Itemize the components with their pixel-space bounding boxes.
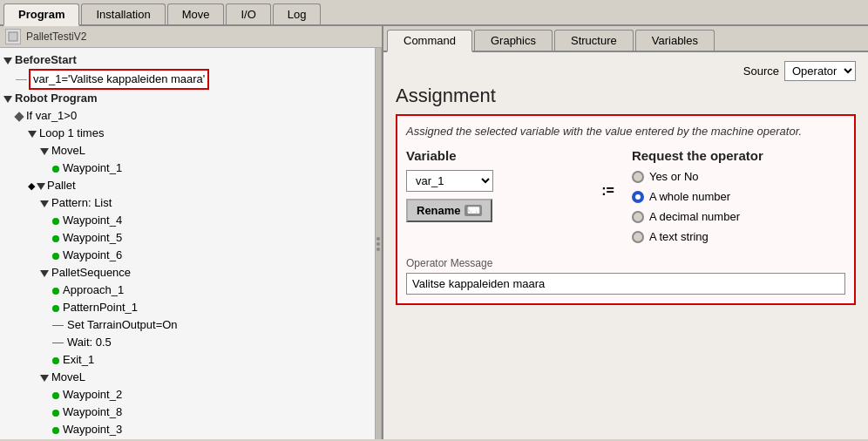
radio-circle-text-string <box>632 231 644 243</box>
splitter-dot <box>376 248 380 251</box>
assignment-title: Assignment <box>396 85 856 107</box>
tree-waypoint1: Waypoint_1 <box>3 159 371 177</box>
right-panel: Command Graphics Structure Variables Sou… <box>383 26 868 439</box>
splitter[interactable] <box>375 48 382 439</box>
tree-pattern-pt1: PatternPoint_1 <box>3 299 371 316</box>
splitter-dot <box>376 237 380 241</box>
left-toolbar: PalletTestiV2 <box>0 26 382 48</box>
operator-msg-input[interactable] <box>406 273 845 295</box>
source-label: Source <box>743 64 779 78</box>
radio-text-string[interactable]: A text string <box>632 230 845 243</box>
radio-label-yes-or-no: Yes or No <box>649 170 699 183</box>
right-tabs: Command Graphics Structure Variables <box>383 26 868 52</box>
radio-decimal-number[interactable]: A decimal number <box>632 210 845 223</box>
tab-program[interactable]: Program <box>3 3 79 26</box>
tree-pallet1: ◆Pallet <box>3 177 371 194</box>
radio-label-text-string: A text string <box>649 230 709 243</box>
tab-graphics[interactable]: Graphics <box>474 30 553 51</box>
rename-label: Rename <box>417 204 461 217</box>
tab-log[interactable]: Log <box>273 3 322 24</box>
assign-operator: := <box>601 148 614 250</box>
splitter-dot <box>376 242 380 246</box>
tree-before-start: BeforeStart <box>3 51 371 69</box>
tree-waypoint4: Waypoint_4 <box>3 212 371 229</box>
tree-pallet-seq: PalletSequence <box>3 264 371 282</box>
radio-circle-yes-or-no <box>632 171 644 183</box>
keyboard-icon: ⌨ <box>465 205 482 216</box>
col-request: Request the operator Yes or No A whole n… <box>632 148 845 250</box>
tree-area[interactable]: BeforeStart —var_1='Valitse kappaleiden … <box>0 48 375 439</box>
main-layout: PalletTestiV2 BeforeStart —var_1='Valits… <box>0 26 868 439</box>
tree-set-tarrain: —Set TarrainOutput=On <box>3 316 371 334</box>
tree-loop1: Loop 1 times <box>3 125 371 142</box>
tree-pattern-list: Pattern: List <box>3 194 371 212</box>
operator-msg-label: Operator Message <box>406 257 845 269</box>
description: Assigned the selected variable with the … <box>406 125 845 138</box>
two-col: Variable var_1 Rename ⌨ := <box>406 148 845 250</box>
left-panel: PalletTestiV2 BeforeStart —var_1='Valits… <box>0 26 383 439</box>
source-row: Source Operator <box>396 61 856 81</box>
radio-whole-number[interactable]: A whole number <box>632 190 845 203</box>
rename-button[interactable]: Rename ⌨ <box>406 199 492 222</box>
col-variable: Variable var_1 Rename ⌨ <box>406 148 584 250</box>
tab-command[interactable]: Command <box>387 30 472 52</box>
radio-label-decimal-number: A decimal number <box>649 210 740 223</box>
tree-approach1: Approach_1 <box>3 282 371 299</box>
tree-movel1: MoveL <box>3 142 371 159</box>
toolbar-icon <box>5 29 21 44</box>
tab-structure[interactable]: Structure <box>554 30 634 51</box>
tree-if-var1: If var_1>0 <box>3 107 371 125</box>
tab-io[interactable]: I/O <box>226 3 270 24</box>
tree-wait05: —Wait: 0.5 <box>3 334 371 351</box>
right-content: Source Operator Assignment Assigned the … <box>383 52 868 439</box>
tree-robot-program: Robot Program <box>3 90 371 107</box>
tree-waypoint3: Waypoint_3 <box>3 421 371 438</box>
radio-circle-whole-number <box>632 191 644 203</box>
tree-waypoint6: Waypoint_6 <box>3 247 371 264</box>
variable-header: Variable <box>406 148 584 163</box>
var-select-row: var_1 <box>406 170 584 192</box>
tree-exit1: Exit_1 <box>3 351 371 369</box>
tree-movel2: MoveL <box>3 369 371 386</box>
radio-label-whole-number: A whole number <box>649 190 730 203</box>
source-select[interactable]: Operator <box>784 61 856 81</box>
request-header: Request the operator <box>632 148 845 163</box>
assignment-bordered-box: Assigned the selected variable with the … <box>396 114 856 305</box>
svg-rect-0 <box>9 32 17 41</box>
radio-circle-decimal-number <box>632 211 644 223</box>
top-nav: Program Installation Move I/O Log <box>0 0 868 26</box>
tree-waypoint8: Waypoint_8 <box>3 404 371 421</box>
var-select[interactable]: var_1 <box>406 170 493 192</box>
tree-waypoint2: Waypoint_2 <box>3 386 371 404</box>
tree-waypoint5: Waypoint_5 <box>3 229 371 247</box>
file-label: PalletTestiV2 <box>26 31 86 43</box>
tree-var1-assign[interactable]: —var_1='Valitse kappaleiden maara' <box>3 69 371 90</box>
tab-variables[interactable]: Variables <box>635 30 715 51</box>
tab-installation[interactable]: Installation <box>81 3 165 24</box>
radio-yes-or-no[interactable]: Yes or No <box>632 170 845 183</box>
tab-move[interactable]: Move <box>167 3 225 24</box>
